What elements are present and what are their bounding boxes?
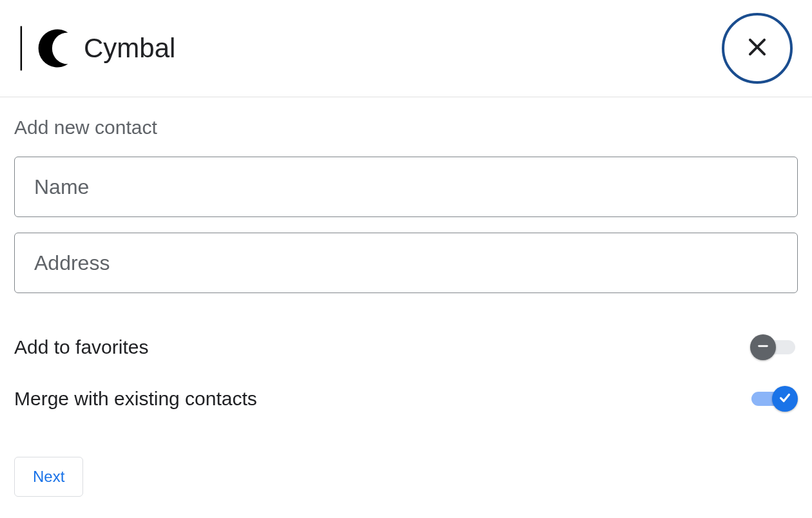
close-icon bbox=[745, 35, 769, 62]
favorites-label: Add to favorites bbox=[14, 336, 148, 358]
cymbal-logo-icon bbox=[19, 22, 72, 75]
brand-name: Cymbal bbox=[84, 33, 175, 64]
favorites-toggle[interactable] bbox=[750, 334, 798, 360]
favorites-row: Add to favorites bbox=[14, 334, 798, 360]
merge-toggle[interactable] bbox=[750, 386, 798, 412]
merge-label: Merge with existing contacts bbox=[14, 388, 257, 410]
check-icon bbox=[778, 390, 792, 407]
header: Cymbal bbox=[0, 0, 812, 97]
content: Add new contact Add to favorites Merge w… bbox=[0, 97, 812, 516]
close-button[interactable] bbox=[722, 13, 793, 84]
svg-rect-0 bbox=[21, 26, 22, 71]
name-input[interactable] bbox=[14, 157, 798, 217]
minus-icon bbox=[756, 339, 770, 356]
toggle-thumb bbox=[772, 386, 798, 412]
address-input[interactable] bbox=[14, 233, 798, 293]
section-title: Add new contact bbox=[14, 117, 798, 139]
brand: Cymbal bbox=[19, 22, 175, 75]
next-button[interactable]: Next bbox=[14, 457, 83, 497]
merge-row: Merge with existing contacts bbox=[14, 386, 798, 412]
toggle-thumb bbox=[750, 334, 776, 360]
